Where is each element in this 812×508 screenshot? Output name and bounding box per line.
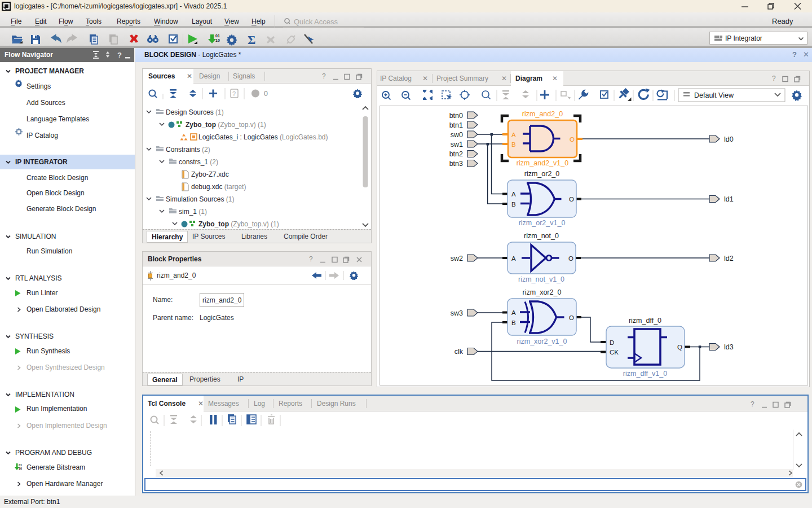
svg-text:sw3: sw3	[451, 309, 463, 317]
svg-text:btn1: btn1	[449, 121, 463, 129]
svg-text:sw2: sw2	[451, 255, 463, 262]
svg-text:D: D	[610, 339, 614, 346]
svg-text:rizm_xor2_v1_0: rizm_xor2_v1_0	[517, 338, 567, 345]
svg-text:O: O	[569, 196, 574, 203]
svg-text:clk: clk	[454, 348, 464, 356]
svg-text:B: B	[511, 201, 516, 208]
svg-text:ld2: ld2	[724, 255, 734, 262]
svg-text:B: B	[511, 141, 516, 148]
svg-text:?: ?	[232, 90, 236, 97]
svg-text:rizm_or2_v1_0: rizm_or2_v1_0	[519, 219, 566, 227]
svg-text:CK: CK	[610, 349, 619, 356]
svg-text:A: A	[511, 255, 516, 262]
svg-text:rizm_dff_0: rizm_dff_0	[629, 317, 661, 325]
svg-text:0: 0	[264, 90, 268, 98]
svg-text:O: O	[568, 255, 573, 262]
svg-text:sw0: sw0	[451, 131, 463, 139]
svg-text:rizm_not_v1_0: rizm_not_v1_0	[518, 275, 564, 283]
svg-text:btn0: btn0	[449, 112, 463, 120]
svg-text:btn3: btn3	[449, 160, 463, 168]
svg-text:?: ?	[117, 51, 122, 59]
svg-text:10: 10	[19, 467, 22, 470]
svg-text:ld0: ld0	[724, 135, 734, 143]
svg-text:sw1: sw1	[451, 141, 463, 148]
svg-text:10: 10	[215, 38, 220, 42]
svg-text:rizm_xor2_0: rizm_xor2_0	[523, 288, 562, 296]
svg-text:A: A	[511, 132, 516, 138]
svg-text:A: A	[511, 191, 516, 198]
svg-text:Q: Q	[677, 344, 682, 351]
svg-text:Σ: Σ	[248, 33, 255, 47]
svg-text:rizm_or2_0: rizm_or2_0	[524, 170, 560, 178]
svg-text:O: O	[569, 314, 574, 321]
svg-text:Default View: Default View	[694, 91, 734, 99]
svg-text:btn2: btn2	[449, 150, 463, 158]
svg-text:rizm_dff_v1_0: rizm_dff_v1_0	[623, 370, 667, 378]
svg-text:rizm_and2_0: rizm_and2_0	[522, 110, 563, 118]
svg-text:ld3: ld3	[724, 343, 734, 351]
svg-text:ld1: ld1	[724, 195, 734, 203]
svg-text:rizm_not_0: rizm_not_0	[524, 232, 559, 240]
svg-text:B: B	[511, 319, 516, 326]
svg-text:rizm_and2_v1_0: rizm_and2_v1_0	[517, 159, 568, 167]
svg-text:01: 01	[215, 34, 220, 38]
svg-text:A: A	[511, 309, 516, 316]
svg-text:O: O	[570, 136, 575, 143]
